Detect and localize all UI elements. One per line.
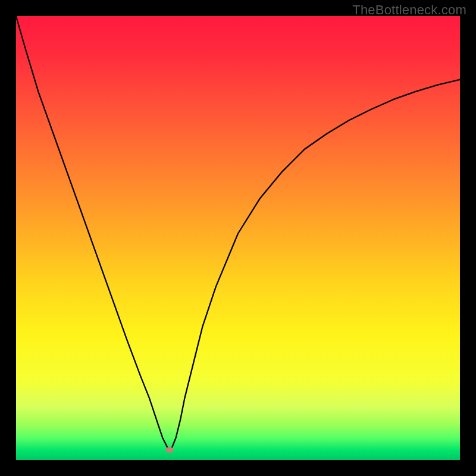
plot-area <box>16 16 460 460</box>
bottleneck-curve <box>16 16 460 460</box>
chart-frame: TheBottleneck.com <box>0 0 476 476</box>
selected-point-marker <box>166 447 174 453</box>
watermark-text: TheBottleneck.com <box>352 2 466 18</box>
